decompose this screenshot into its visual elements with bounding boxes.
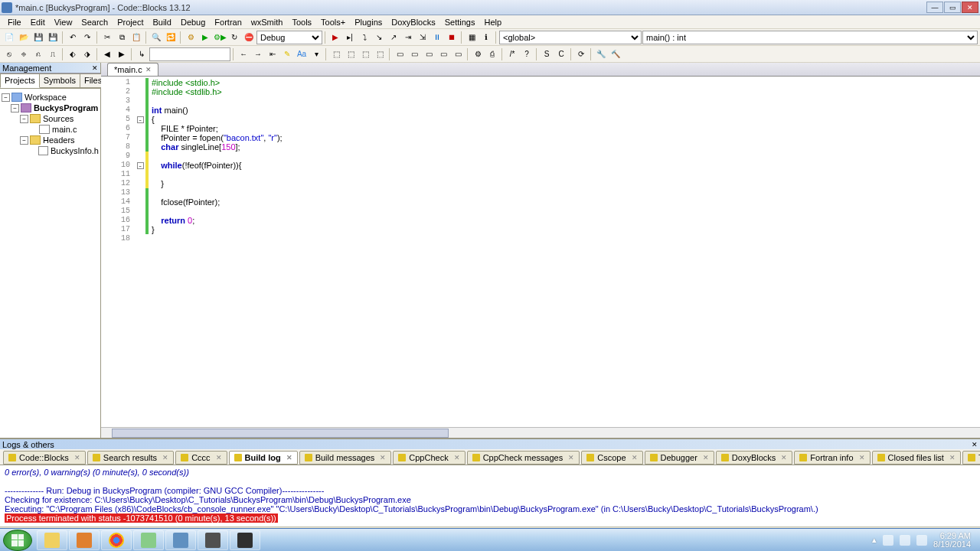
logs-tab-closedfileslist[interactable]: Closed files list✕	[872, 451, 961, 465]
build-log-body[interactable]: 0 error(s), 0 warning(s) (0 minute(s), 0…	[0, 465, 980, 527]
logs-tab-cccc[interactable]: Cccc✕	[175, 451, 227, 465]
stop-debug-icon[interactable]: ⏹	[445, 31, 459, 44]
maximize-button[interactable]: ▭	[944, 2, 961, 13]
tool-icon[interactable]: /*	[505, 47, 519, 61]
mgmt-tab-projects[interactable]: Projects	[0, 73, 40, 88]
tool-icon[interactable]: ⬚	[373, 47, 387, 61]
prev-bookmark-icon[interactable]: ◀	[100, 47, 114, 61]
taskbar-chrome[interactable]	[101, 530, 132, 550]
nav-back-icon[interactable]: ←	[237, 47, 250, 61]
redo-icon[interactable]: ↷	[80, 31, 94, 44]
run-icon[interactable]: ▶	[198, 31, 212, 44]
run-to-cursor-icon[interactable]: ▸|	[343, 31, 357, 44]
nav-last-icon[interactable]: ⇤	[266, 47, 279, 61]
menu-search[interactable]: Search	[77, 16, 113, 28]
next-instr-icon[interactable]: ⇥	[401, 31, 415, 44]
undo-icon[interactable]: ↶	[66, 31, 80, 44]
menu-tools[interactable]: Tools+	[316, 16, 350, 28]
tool-icon[interactable]: ▭	[393, 47, 407, 61]
tree-file-buckysinfoh[interactable]: BuckysInfo.h	[29, 145, 99, 156]
step-into-icon[interactable]: ↘	[372, 31, 386, 44]
minimize-button[interactable]: —	[926, 2, 943, 13]
tool-icon[interactable]: ?	[520, 47, 534, 61]
info-icon[interactable]: ℹ	[479, 31, 493, 44]
tab-close-icon[interactable]: ✕	[380, 454, 386, 461]
tool-icon[interactable]: ⎋	[2, 47, 16, 61]
taskbar-app[interactable]	[133, 530, 164, 550]
tool-icon[interactable]: ⬚	[358, 47, 372, 61]
tree-headers-folder[interactable]: −Headers	[20, 135, 99, 145]
abort-icon[interactable]: ⛔	[242, 31, 256, 44]
tool-icon[interactable]: C	[554, 47, 568, 61]
function-dropdown[interactable]: main() : int	[642, 31, 978, 44]
tool-icon[interactable]: ⟳	[574, 47, 588, 61]
taskbar-app[interactable]	[198, 530, 228, 550]
tray-network-icon[interactable]	[916, 535, 927, 546]
rebuild-icon[interactable]: ↻	[227, 31, 241, 44]
highlight-icon[interactable]: ✎	[280, 47, 294, 61]
tool-icon[interactable]: ⬖	[66, 47, 80, 61]
menu-doxyblocks[interactable]: DoxyBlocks	[387, 16, 439, 28]
step-instr-icon[interactable]: ⇲	[416, 31, 430, 44]
tab-close-icon[interactable]: ✕	[162, 454, 168, 461]
settings-icon[interactable]: 🔧	[594, 47, 608, 61]
logs-tab-fortraninfo[interactable]: Fortran info✕	[794, 451, 870, 465]
menu-build[interactable]: Build	[148, 16, 175, 28]
new-file-icon[interactable]: 📄	[2, 31, 16, 44]
close-button[interactable]: ✕	[962, 2, 978, 13]
tab-close-icon[interactable]: ✕	[949, 454, 956, 461]
menu-wxsmith[interactable]: wxSmith	[247, 16, 288, 28]
nav-fwd-icon[interactable]: →	[251, 47, 265, 61]
copy-icon[interactable]: ⧉	[115, 31, 129, 44]
tool-icon[interactable]: ⚙	[471, 47, 485, 61]
build-run-icon[interactable]: ⚙▶	[213, 31, 227, 44]
tool-icon[interactable]: ⎌	[31, 47, 45, 61]
tab-close-icon[interactable]: ✕	[859, 454, 865, 461]
menu-debug[interactable]: Debug	[176, 16, 210, 28]
menu-plugins[interactable]: Plugins	[350, 16, 387, 28]
scrollbar-thumb[interactable]	[112, 429, 449, 438]
save-icon[interactable]: 💾	[31, 31, 45, 44]
tool-icon[interactable]: S	[540, 47, 554, 61]
tool-icon[interactable]: ▭	[451, 47, 465, 61]
mgmt-tab-symbols[interactable]: Symbols	[39, 73, 80, 88]
next-bookmark-icon[interactable]: ▶	[115, 47, 129, 61]
taskbar-mediaplayer[interactable]	[69, 530, 100, 550]
menu-project[interactable]: Project	[113, 16, 148, 28]
debug-start-icon[interactable]: ▶	[328, 31, 342, 44]
tool-icon[interactable]: ⬗	[80, 47, 94, 61]
jump-input[interactable]	[149, 47, 230, 61]
menu-fortran[interactable]: Fortran	[210, 16, 246, 28]
code-editor[interactable]: 123456789101112131415161718 -- #include …	[101, 77, 980, 427]
scope-dropdown[interactable]: <global>	[499, 31, 642, 44]
tree-workspace[interactable]: −Workspace	[2, 92, 99, 103]
tray-clock[interactable]: 6:29 AM 8/19/2014	[933, 532, 971, 549]
goto-icon[interactable]: ↳	[135, 47, 149, 61]
tool-icon[interactable]: ▭	[407, 47, 421, 61]
taskbar-explorer[interactable]	[37, 530, 67, 550]
tray-icon[interactable]	[883, 535, 893, 546]
tray-show-hidden-icon[interactable]: ▴	[872, 535, 877, 545]
logs-tab-doxyblocks[interactable]: DoxyBlocks✕	[716, 451, 792, 465]
tab-close-icon[interactable]: ✕	[454, 454, 460, 461]
tool-icon[interactable]: ⬚	[329, 47, 343, 61]
tool-icon[interactable]: ⎙	[485, 47, 499, 61]
step-out-icon[interactable]: ↗	[387, 31, 400, 44]
logs-tab-threadsearch[interactable]: Thread search✕	[962, 451, 980, 465]
selection-icon[interactable]: Aa	[295, 47, 309, 61]
save-all-icon[interactable]: 💾	[46, 31, 60, 44]
debug-windows-icon[interactable]: ▦	[465, 31, 479, 44]
management-close-icon[interactable]: ✕	[92, 64, 98, 72]
logs-tab-buildmessages[interactable]: Build messages✕	[299, 451, 392, 465]
tab-close-icon[interactable]: ✕	[286, 454, 292, 461]
logs-tab-cppcheckmessages[interactable]: CppCheck messages✕	[467, 451, 580, 465]
editor-tab-mainc[interactable]: *main.c ✕	[107, 63, 158, 76]
tool-icon[interactable]: ▭	[422, 47, 436, 61]
start-button[interactable]	[3, 530, 32, 551]
menu-help[interactable]: Help	[479, 16, 506, 28]
replace-icon[interactable]: 🔁	[164, 31, 178, 44]
logs-close-icon[interactable]: ✕	[972, 441, 978, 448]
break-icon[interactable]: ⏸	[430, 31, 444, 44]
logs-tab-codeblocks[interactable]: Code::Blocks✕	[3, 451, 86, 465]
tab-close-icon[interactable]: ✕	[145, 66, 152, 73]
